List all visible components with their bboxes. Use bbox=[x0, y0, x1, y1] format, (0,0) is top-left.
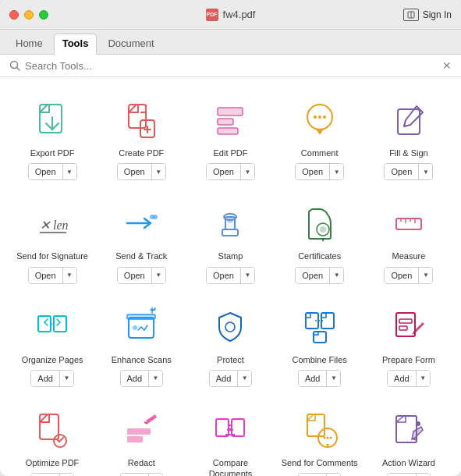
tool-item-measure[interactable]: MeasureOpen▼ bbox=[364, 188, 453, 291]
tool-item-protect[interactable]: ProtectAdd▼ bbox=[186, 292, 275, 395]
tool-item-certificates[interactable]: CertificatesOpen▼ bbox=[275, 188, 364, 291]
tool-item-organize-pages[interactable]: Organize PagesAdd▼ bbox=[8, 292, 97, 395]
tool-item-prepare-form[interactable]: Prepare FormAdd▼ bbox=[364, 292, 453, 395]
search-close-icon[interactable]: ✕ bbox=[442, 59, 452, 72]
export-pdf-dropdown-button[interactable]: ▼ bbox=[62, 164, 76, 179]
enhance-scans-main-button[interactable]: Add bbox=[121, 371, 149, 386]
tab-home[interactable]: Home bbox=[8, 34, 51, 54]
send-track-main-button[interactable]: Open bbox=[118, 268, 151, 283]
measure-icon bbox=[386, 201, 431, 246]
fill-sign-main-button[interactable]: Open bbox=[385, 164, 418, 179]
tab-tools[interactable]: Tools bbox=[54, 34, 98, 55]
redact-icon bbox=[119, 407, 164, 453]
edit-pdf-name: Edit PDF bbox=[213, 147, 247, 158]
tool-item-send-comments[interactable]: Send for CommentsAdd▼ bbox=[275, 395, 364, 476]
measure-dropdown-button[interactable]: ▼ bbox=[418, 268, 432, 283]
fill-sign-dropdown-button[interactable]: ▼ bbox=[418, 164, 432, 179]
enhance-scans-icon bbox=[119, 304, 164, 350]
svg-point-43 bbox=[133, 325, 137, 330]
send-signature-dropdown-button[interactable]: ▼ bbox=[62, 268, 76, 283]
comment-name: Comment bbox=[301, 147, 339, 158]
tool-item-create-pdf[interactable]: Create PDFOpen▼ bbox=[97, 85, 186, 188]
svg-rect-47 bbox=[314, 332, 326, 343]
tool-item-compare-documents[interactable]: Compare DocumentsAdd▼ bbox=[186, 395, 275, 476]
create-pdf-main-button[interactable]: Open bbox=[118, 164, 151, 179]
protect-dropdown-button[interactable]: ▼ bbox=[237, 371, 251, 386]
enhance-scans-dropdown-button[interactable]: ▼ bbox=[148, 371, 162, 386]
combine-files-dropdown-button[interactable]: ▼ bbox=[326, 371, 340, 386]
combine-files-name: Combine Files bbox=[293, 354, 347, 365]
tool-item-redact[interactable]: RedactAdd▼ bbox=[97, 395, 186, 476]
comment-main-button[interactable]: Open bbox=[296, 164, 329, 179]
svg-rect-20 bbox=[398, 109, 420, 134]
certificates-main-button[interactable]: Open bbox=[296, 268, 329, 283]
close-button[interactable] bbox=[9, 10, 19, 20]
create-pdf-button-group: Open▼ bbox=[117, 163, 166, 180]
sign-in-icon bbox=[403, 9, 419, 21]
combine-files-main-button[interactable]: Add bbox=[299, 371, 327, 386]
stamp-icon bbox=[207, 201, 253, 246]
organize-pages-name: Organize Pages bbox=[22, 354, 83, 365]
svg-rect-41 bbox=[127, 314, 155, 319]
protect-name: Protect bbox=[217, 354, 244, 365]
export-pdf-icon bbox=[30, 98, 75, 143]
send-signature-main-button[interactable]: Open bbox=[29, 268, 62, 283]
protect-main-button[interactable]: Add bbox=[210, 371, 238, 386]
svg-rect-54 bbox=[127, 436, 143, 442]
tool-item-stamp[interactable]: StampOpen▼ bbox=[186, 188, 275, 291]
tab-document[interactable]: Document bbox=[100, 34, 161, 54]
compare-documents-name: Compare Documents bbox=[192, 457, 268, 476]
send-comments-name: Send for Comments bbox=[282, 457, 358, 468]
edit-pdf-main-button[interactable]: Open bbox=[207, 164, 240, 179]
comment-dropdown-button[interactable]: ▼ bbox=[329, 164, 343, 179]
maximize-button[interactable] bbox=[39, 10, 48, 20]
measure-main-button[interactable]: Open bbox=[385, 268, 418, 283]
tool-item-send-track[interactable]: Send & TrackOpen▼ bbox=[97, 188, 186, 291]
svg-point-30 bbox=[227, 217, 233, 223]
nav-bar: Home Tools Document bbox=[0, 30, 461, 55]
optimize-pdf-name: Optimize PDF bbox=[26, 457, 79, 468]
create-pdf-icon bbox=[119, 98, 164, 143]
edit-pdf-dropdown-button[interactable]: ▼ bbox=[240, 164, 254, 179]
tool-item-comment[interactable]: CommentOpen▼ bbox=[275, 85, 364, 188]
create-pdf-dropdown-button[interactable]: ▼ bbox=[151, 164, 165, 179]
export-pdf-main-button[interactable]: Open bbox=[29, 164, 62, 179]
tool-item-export-pdf[interactable]: Export PDFOpen▼ bbox=[8, 85, 97, 188]
svg-point-17 bbox=[314, 115, 317, 119]
tool-item-optimize-pdf[interactable]: Optimize PDFAdd▼ bbox=[8, 395, 97, 476]
svg-rect-57 bbox=[232, 419, 244, 436]
certificates-dropdown-button[interactable]: ▼ bbox=[329, 268, 343, 283]
comment-icon bbox=[297, 98, 342, 143]
organize-pages-main-button[interactable]: Add bbox=[31, 371, 59, 386]
tool-item-action-wizard[interactable]: Action WizardAdd▼ bbox=[364, 395, 453, 476]
title-bar: PDF fw4.pdf Sign In bbox=[0, 0, 461, 30]
certificates-name: Certificates bbox=[298, 250, 341, 261]
traffic-lights bbox=[9, 10, 48, 20]
tools-container: Export PDFOpen▼ Create PDFOpen▼ Edit PDF… bbox=[0, 77, 461, 476]
search-input[interactable] bbox=[25, 60, 442, 72]
tool-item-edit-pdf[interactable]: Edit PDFOpen▼ bbox=[186, 85, 275, 188]
svg-rect-46 bbox=[321, 313, 334, 329]
measure-name: Measure bbox=[392, 250, 425, 261]
prepare-form-dropdown-button[interactable]: ▼ bbox=[416, 371, 430, 386]
organize-pages-dropdown-button[interactable]: ▼ bbox=[59, 371, 73, 386]
send-track-dropdown-button[interactable]: ▼ bbox=[151, 268, 165, 283]
svg-point-44 bbox=[225, 322, 235, 332]
sign-in-button[interactable]: Sign In bbox=[403, 9, 452, 21]
minimize-button[interactable] bbox=[24, 10, 34, 20]
stamp-name: Stamp bbox=[218, 250, 243, 261]
tool-item-fill-sign[interactable]: Fill & SignOpen▼ bbox=[364, 85, 453, 188]
stamp-dropdown-button[interactable]: ▼ bbox=[240, 268, 254, 283]
send-comments-button-group: Add▼ bbox=[298, 473, 342, 476]
stamp-main-button[interactable]: Open bbox=[207, 268, 240, 283]
svg-point-32 bbox=[320, 226, 326, 233]
tool-item-send-signature[interactable]: ✕ len Send for SignatureOpen▼ bbox=[8, 188, 97, 291]
send-signature-button-group: Open▼ bbox=[28, 267, 77, 284]
tool-item-enhance-scans[interactable]: Enhance ScansAdd▼ bbox=[97, 292, 186, 395]
send-track-name: Send & Track bbox=[115, 250, 167, 261]
tool-item-combine-files[interactable]: Combine FilesAdd▼ bbox=[275, 292, 364, 395]
svg-rect-12 bbox=[218, 119, 233, 125]
send-comments-icon bbox=[297, 407, 342, 453]
svg-point-61 bbox=[326, 436, 328, 439]
prepare-form-main-button[interactable]: Add bbox=[388, 371, 416, 386]
